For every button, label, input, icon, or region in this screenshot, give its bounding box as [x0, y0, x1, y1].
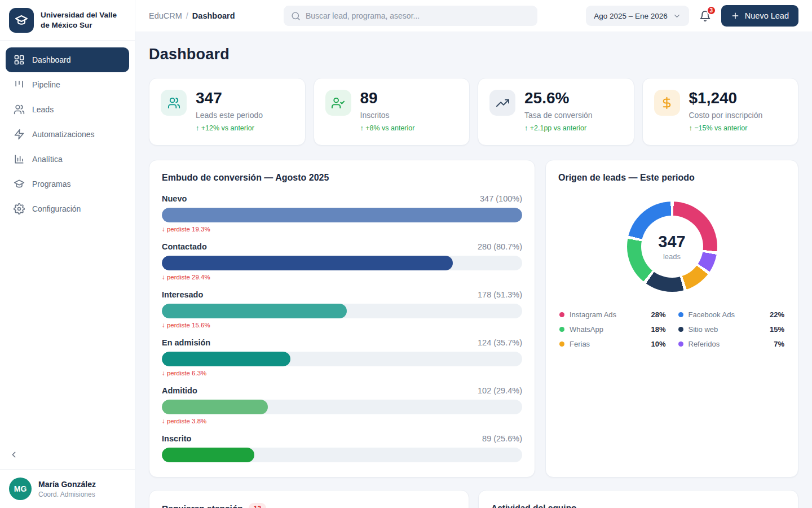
page-title: Dashboard [149, 46, 798, 63]
donut-total-value: 347 [658, 233, 685, 251]
user-role: Coord. Admisiones [38, 491, 96, 498]
kpi-delta: ↑ +2.1pp vs anterior [524, 124, 593, 132]
sidebar-item-leads[interactable]: Leads [6, 97, 129, 122]
funnel-stage-label: Interesado [162, 290, 203, 299]
team-activity-panel: Actividad del equipo [478, 490, 798, 508]
legend-item-instagram: Instagram Ads 28% [559, 310, 666, 319]
funnel-bar [162, 400, 268, 414]
lead-sources-panel: Origen de leads — Este periodo 347 leads… [545, 160, 798, 478]
funnel-stage-admitido: Admitido 102 (29.4%) ↓ perdiste 3.8% [162, 386, 522, 424]
bar-chart-icon [14, 154, 25, 165]
kpi-delta: ↑ +8% vs anterior [360, 124, 415, 132]
user-check-icon [325, 90, 351, 116]
funnel-stage-contactado: Contactado 280 (80.7%) ↓ perdiste 29.4% [162, 242, 522, 281]
funnel-bar [162, 208, 522, 222]
legend-dot [678, 341, 683, 347]
kpi-card-conversion: 25.6% Tasa de conversión ↑ +2.1pp vs ant… [478, 78, 634, 146]
funnel-lost-label: ↓ perdiste 6.3% [162, 370, 522, 376]
sidebar: Universidad del Valle de México Sur Dash… [0, 0, 135, 508]
funnel-stage-value: 89 (25.6%) [482, 434, 522, 443]
legend-item-facebook: Facebook Ads 22% [678, 310, 785, 319]
team-activity-title: Actividad del equipo [491, 503, 577, 508]
sidebar-collapse-button[interactable] [9, 448, 23, 461]
conversion-funnel-chart: Nuevo 347 (100%) ↓ perdiste 19.3% Contac… [162, 194, 522, 462]
dashboard-grid-icon [14, 54, 25, 65]
lead-sources-title: Origen de leads — Este periodo [558, 173, 785, 183]
funnel-stage-label: Inscrito [162, 434, 191, 443]
funnel-title: Embudo de conversión — Agosto 2025 [162, 173, 522, 183]
sidebar-item-pipeline[interactable]: Pipeline [6, 72, 129, 97]
new-lead-button[interactable]: Nuevo Lead [721, 5, 798, 27]
user-name: María González [38, 480, 96, 489]
legend-item-sitio-web: Sitio web 15% [678, 325, 785, 334]
trending-up-icon [489, 90, 515, 116]
legend-item-ferias: Ferias 10% [559, 340, 666, 348]
funnel-bar-track [162, 208, 522, 222]
donut-legend: Instagram Ads 28% Facebook Ads 22% Whats… [558, 310, 785, 348]
funnel-bar [162, 256, 453, 270]
sidebar-item-label: Analítica [32, 155, 63, 164]
attention-title: Requieren atención [162, 503, 243, 508]
gear-icon [14, 203, 25, 214]
sidebar-nav: Dashboard Pipeline Leads Automatizacione… [0, 41, 135, 221]
users-icon [14, 104, 25, 115]
sidebar-item-label: Programas [32, 179, 70, 189]
funnel-lost-label: ↓ perdiste 3.8% [162, 418, 522, 424]
funnel-lost-label: ↓ perdiste 29.4% [162, 274, 522, 281]
legend-item-whatsapp: WhatsApp 18% [559, 325, 666, 334]
attention-count-badge: 12 [249, 503, 266, 508]
sidebar-item-analitica[interactable]: Analítica [6, 147, 129, 172]
dashboard-content: Dashboard 347 Leads este periodo ↑ +12% … [135, 32, 812, 508]
sidebar-item-automatizaciones[interactable]: Automatizaciones [6, 122, 129, 147]
global-search [284, 6, 537, 26]
funnel-stage-en-admision: En admisión 124 (35.7%) ↓ perdiste 6.3% [162, 338, 522, 376]
sidebar-item-label: Pipeline [32, 80, 60, 89]
funnel-lost-label: ↓ perdiste 15.6% [162, 322, 522, 329]
breadcrumb-separator: / [186, 11, 188, 20]
search-input[interactable] [306, 11, 530, 20]
funnel-bar [162, 304, 347, 318]
kpi-delta: ↑ −15% vs anterior [689, 124, 763, 132]
kpi-delta: ↑ +12% vs anterior [196, 124, 263, 132]
legend-dot [559, 327, 564, 332]
funnel-bar [162, 352, 290, 366]
university-name: Universidad del Valle de México Sur [41, 10, 117, 30]
breadcrumb: EduCRM / Dashboard [149, 11, 235, 20]
brand: Universidad del Valle de México Sur [0, 0, 135, 41]
sidebar-item-label: Dashboard [32, 55, 71, 64]
donut-total-label: leads [663, 252, 681, 261]
zap-icon [14, 129, 25, 140]
funnel-bar-track [162, 304, 522, 318]
legend-dot [559, 341, 564, 347]
dollar-icon [654, 90, 680, 116]
graduation-cap-icon [15, 14, 28, 27]
funnel-stage-label: Admitido [162, 386, 197, 395]
kpi-value: 89 [360, 90, 415, 107]
attention-panel: Requieren atención 12 [149, 490, 469, 508]
users-icon [161, 90, 187, 116]
graduation-cap-icon [14, 178, 25, 190]
avatar: MG [9, 478, 32, 500]
pipeline-icon [14, 79, 25, 90]
date-range-selector[interactable]: Ago 2025 – Ene 2026 [586, 6, 689, 26]
sidebar-item-label: Leads [32, 105, 54, 114]
kpi-value: $1,240 [689, 90, 763, 107]
notifications-button[interactable]: 3 [698, 9, 712, 23]
kpi-label: Inscritos [360, 111, 415, 120]
date-range-label: Ago 2025 – Ene 2026 [594, 12, 668, 20]
user-profile[interactable]: MG María González Coord. Admisiones [0, 469, 135, 508]
funnel-bar-track [162, 400, 522, 414]
breadcrumb-app-link[interactable]: EduCRM [149, 11, 182, 20]
legend-dot [559, 312, 564, 317]
sidebar-item-label: Automatizaciones [32, 130, 95, 139]
sidebar-item-dashboard[interactable]: Dashboard [6, 47, 129, 72]
plus-icon [731, 11, 740, 20]
funnel-stage-value: 102 (29.4%) [478, 386, 522, 395]
funnel-panel: Embudo de conversión — Agosto 2025 Nuevo… [149, 160, 535, 478]
kpi-label: Tasa de conversión [524, 111, 593, 120]
sidebar-item-programas[interactable]: Programas [6, 172, 129, 196]
sidebar-item-configuracion[interactable]: Configuración [6, 196, 129, 221]
funnel-stage-label: Nuevo [162, 194, 187, 203]
chevron-left-icon [9, 450, 19, 459]
legend-dot [678, 327, 683, 332]
